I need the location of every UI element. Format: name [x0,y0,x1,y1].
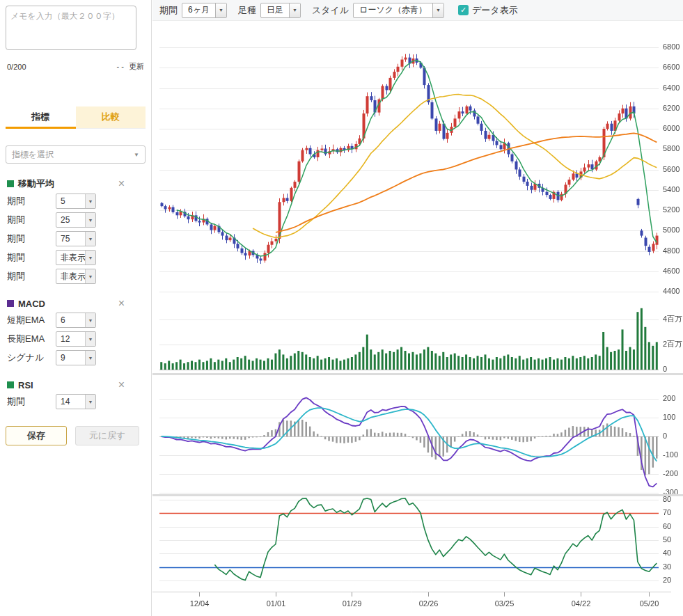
param-label: 短期EMA [7,314,56,326]
param-value: 5 [61,196,65,206]
ma-period3-select[interactable]: 75 ▼ [56,231,96,246]
period-label: 期間 [159,4,178,17]
indicator-select-placeholder: 指標を選択 [12,149,54,161]
macd-short-ema-select[interactable]: 6 ▼ [56,313,96,328]
chevron-down-icon[interactable]: ▼ [215,3,226,17]
param-value: 6 [61,315,65,325]
chevron-down-icon[interactable]: ▼ [85,332,95,346]
param-label: 期間 [7,270,56,283]
period-dropdown[interactable]: 6ヶ月 ▼ [182,3,227,18]
close-icon[interactable]: × [118,379,125,390]
tab-indicators[interactable]: 指標 [6,106,76,129]
param-label: 期間 [7,232,56,245]
chevron-down-icon[interactable]: ▼ [85,269,95,283]
param-value: 25 [61,215,70,225]
macd-long-ema-select[interactable]: 12 ▼ [56,331,96,347]
group-title: MACD [18,299,45,309]
param-label: 期間 [7,195,56,207]
chevron-down-icon[interactable]: ▼ [289,3,300,17]
chart-canvas[interactable] [152,21,683,616]
param-row: 期間 非表示 ▼ [7,250,144,265]
param-row: 期間 75 ▼ [7,231,144,246]
group-header: RSI × [7,379,144,390]
check-icon: ✓ [458,5,469,15]
chart-area: 期間 6ヶ月 ▼ 足種 日足 ▼ スタイル ローソク（赤青） ▼ ✓ データ表示 [152,0,683,616]
indicator-group-rsi: RSI × 期間 14 ▼ [7,379,144,409]
chevron-down-icon[interactable]: ▼ [85,313,95,327]
series-color-swatch [7,180,14,187]
series-color-swatch [7,300,14,307]
param-label: 期間 [7,395,56,408]
memo-meta-row: 0/200 - - 更新 [7,61,144,72]
param-label: 期間 [7,251,56,264]
param-row: シグナル 9 ▼ [7,350,144,365]
bar-type-dropdown[interactable]: 日足 ▼ [260,3,301,18]
period-value: 6ヶ月 [182,3,215,17]
indicator-group-moving-average: 移動平均 × 期間 5 ▼ 期間 25 ▼ 期間 75 [7,177,144,284]
sidebar-buttons: 保存 元に戻す [6,426,146,445]
data-display-checkbox[interactable]: ✓ データ表示 [458,4,518,17]
group-header: 移動平均 × [7,177,144,190]
indicator-group-macd: MACD × 短期EMA 6 ▼ 長期EMA 12 ▼ シグナル [7,298,144,365]
ma-period1-select[interactable]: 5 ▼ [56,194,96,209]
data-display-label: データ表示 [472,4,518,17]
save-button[interactable]: 保存 [6,426,67,445]
param-label: 期間 [7,214,56,226]
ma-period4-select[interactable]: 非表示 ▼ [56,250,96,265]
group-title: RSI [18,380,33,390]
close-icon[interactable]: × [118,298,125,309]
chevron-down-icon[interactable]: ▼ [85,213,95,227]
chart-toolbar: 期間 6ヶ月 ▼ 足種 日足 ▼ スタイル ローソク（赤青） ▼ ✓ データ表示 [152,0,683,21]
chevron-down-icon[interactable]: ▼ [85,395,95,409]
series-color-swatch [7,381,14,388]
memo-counter: 0/200 [7,63,26,71]
param-value: 9 [61,353,65,363]
chevron-down-icon: ▼ [134,152,139,158]
param-label: シグナル [7,352,56,364]
param-value: 12 [61,334,70,344]
sidebar: 0/200 - - 更新 指標 比較 指標を選択 ▼ 移動平均 × 期間 [0,0,152,616]
macd-signal-select[interactable]: 9 ▼ [56,350,96,365]
rsi-period-select[interactable]: 14 ▼ [56,394,96,409]
update-button[interactable]: 更新 [129,62,144,70]
indicator-select[interactable]: 指標を選択 ▼ [6,145,146,164]
chevron-down-icon[interactable]: ▼ [85,351,95,365]
chevron-down-icon[interactable]: ▼ [85,194,95,208]
sidebar-tabs: 指標 比較 [6,106,146,129]
memo-update-area: - - 更新 [117,61,144,72]
ma-period5-select[interactable]: 非表示 ▼ [56,269,96,284]
chevron-down-icon[interactable]: ▼ [432,3,443,17]
stock-chart-app: 0/200 - - 更新 指標 比較 指標を選択 ▼ 移動平均 × 期間 [0,0,683,616]
param-value: 75 [61,234,70,244]
bar-type-value: 日足 [261,3,289,17]
param-row: 期間 14 ▼ [7,394,144,409]
bar-type-label: 足種 [238,4,256,17]
tab-compare[interactable]: 比較 [76,106,146,128]
style-value: ローソク（赤青） [354,3,432,17]
style-label: スタイル [312,4,349,17]
style-dropdown[interactable]: ローソク（赤青） ▼ [353,3,444,18]
param-row: 期間 非表示 ▼ [7,269,144,284]
group-title: 移動平均 [18,177,54,190]
memo-updated-status: - - [117,62,124,70]
param-value: 14 [61,397,70,406]
ma-period2-select[interactable]: 25 ▼ [56,212,96,228]
param-row: 期間 25 ▼ [7,212,144,228]
param-row: 期間 5 ▼ [7,194,144,209]
chevron-down-icon[interactable]: ▼ [85,251,95,264]
group-header: MACD × [7,298,144,309]
reset-button[interactable]: 元に戻す [75,426,139,445]
close-icon[interactable]: × [118,178,125,189]
param-value: 非表示 [61,271,86,283]
param-value: 非表示 [61,252,86,264]
param-row: 短期EMA 6 ▼ [7,313,144,328]
memo-input[interactable] [6,6,136,50]
param-label: 長期EMA [7,333,56,345]
param-row: 長期EMA 12 ▼ [7,331,144,347]
chevron-down-icon[interactable]: ▼ [85,232,95,246]
